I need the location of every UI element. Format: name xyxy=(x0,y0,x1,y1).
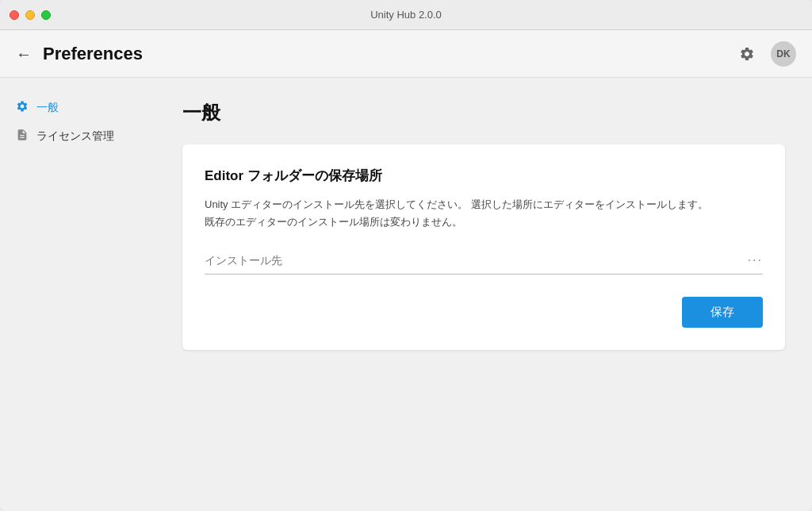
install-path-input[interactable] xyxy=(205,254,740,267)
card-description: Unity エディターのインストール先を選択してください。 選択した場所にエディ… xyxy=(205,196,763,231)
back-button[interactable]: ← xyxy=(16,46,32,62)
card-title: Editor フォルダーの保存場所 xyxy=(205,167,763,185)
minimize-button[interactable] xyxy=(25,10,35,20)
window-title: Unity Hub 2.0.0 xyxy=(370,9,442,21)
close-button[interactable] xyxy=(10,10,19,20)
avatar[interactable]: DK xyxy=(771,41,796,67)
description-line2: 既存のエディターのインストール場所は変わりません。 xyxy=(205,216,462,228)
sidebar: 一般 ライセンス管理 xyxy=(0,78,159,511)
maximize-button[interactable] xyxy=(41,10,51,20)
save-button[interactable]: 保存 xyxy=(682,297,763,328)
header-actions: DK xyxy=(734,41,796,67)
settings-icon-button[interactable] xyxy=(734,41,760,67)
gear-icon xyxy=(739,46,755,62)
document-icon xyxy=(16,129,29,144)
page-title: Preferences xyxy=(43,44,734,64)
section-title: 一般 xyxy=(182,100,788,125)
main-layout: 一般 ライセンス管理 一般 Editor フォルダーの保存場所 Unity エデ… xyxy=(0,78,812,511)
header: ← Preferences DK xyxy=(0,30,812,78)
card-footer: 保存 xyxy=(205,297,763,328)
install-path-row: ··· xyxy=(205,253,763,275)
more-options-button[interactable]: ··· xyxy=(740,253,763,267)
sidebar-item-license[interactable]: ライセンス管理 xyxy=(0,122,159,151)
sidebar-general-label: 一般 xyxy=(36,101,59,115)
description-line1: Unity エディターのインストール先を選択してください。 選択した場所にエディ… xyxy=(205,198,708,210)
traffic-lights xyxy=(10,10,51,20)
editor-folder-card: Editor フォルダーの保存場所 Unity エディターのインストール先を選択… xyxy=(182,144,785,350)
sidebar-item-general[interactable]: 一般 xyxy=(0,94,159,122)
settings-icon xyxy=(16,100,29,116)
sidebar-license-label: ライセンス管理 xyxy=(36,129,114,144)
titlebar: Unity Hub 2.0.0 xyxy=(0,0,812,30)
content-area: 一般 Editor フォルダーの保存場所 Unity エディターのインストール先… xyxy=(159,78,812,511)
